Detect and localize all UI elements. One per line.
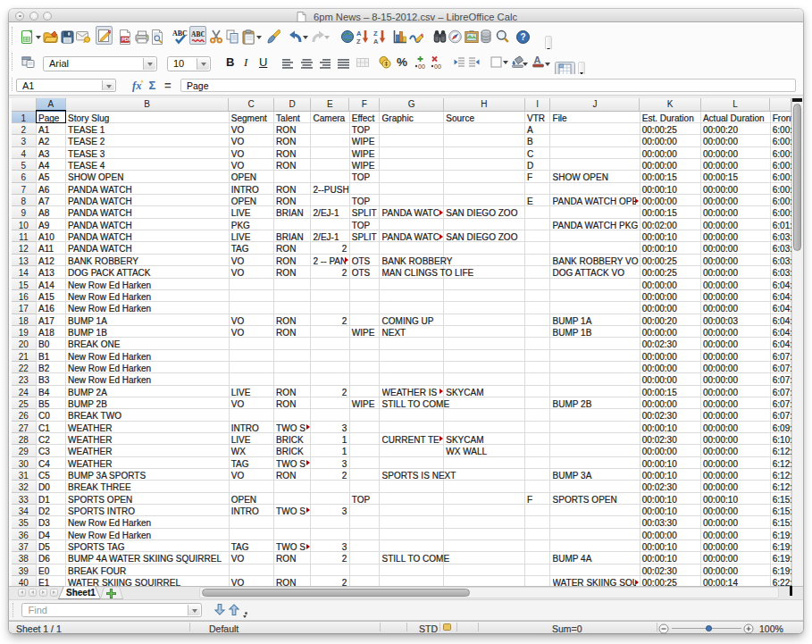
svg-text:Σ: Σ <box>149 79 156 91</box>
svg-text:A: A <box>373 38 379 46</box>
svg-text:00: 00 <box>434 63 441 70</box>
svg-text:A: A <box>534 54 541 65</box>
svg-text:?: ? <box>521 32 526 42</box>
svg-text:Z: Z <box>356 38 361 46</box>
svg-text:fx: fx <box>132 79 141 92</box>
svg-text:00: 00 <box>418 63 425 70</box>
svg-text:ABC: ABC <box>191 30 205 38</box>
svg-text:PDF: PDF <box>121 37 131 42</box>
